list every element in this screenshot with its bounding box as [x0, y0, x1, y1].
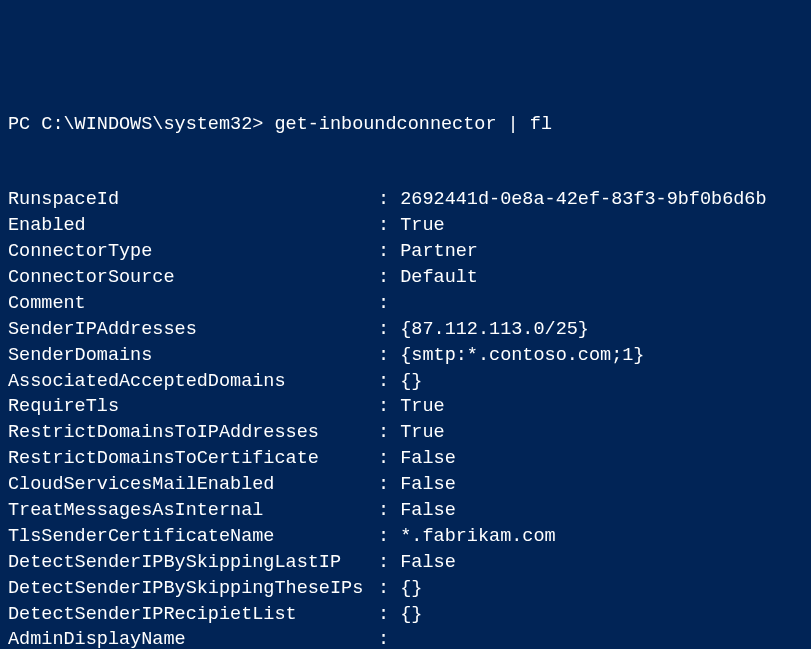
property-name: DetectSenderIPRecipietList: [8, 602, 378, 628]
property-value: False: [400, 472, 456, 498]
property-name: ConnectorType: [8, 239, 378, 265]
property-name: SenderIPAddresses: [8, 317, 378, 343]
property-value: *.fabrikam.com: [400, 524, 555, 550]
property-value: True: [400, 394, 444, 420]
property-name: ConnectorSource: [8, 265, 378, 291]
separator: :: [378, 343, 400, 369]
property-value: False: [400, 498, 456, 524]
property-name: DetectSenderIPBySkippingLastIP: [8, 550, 378, 576]
property-name: RestrictDomainsToIPAddresses: [8, 420, 378, 446]
property-name: DetectSenderIPBySkippingTheseIPs: [8, 576, 378, 602]
separator: :: [378, 265, 400, 291]
output-line: Enabled: True: [8, 213, 803, 239]
property-value: {}: [400, 576, 422, 602]
output-line: TlsSenderCertificateName: *.fabrikam.com: [8, 524, 803, 550]
property-name: RestrictDomainsToCertificate: [8, 446, 378, 472]
property-value: False: [400, 550, 456, 576]
output-line: RunspaceId: 2692441d-0e8a-42ef-83f3-9bf0…: [8, 187, 803, 213]
property-value: True: [400, 420, 444, 446]
property-name: AdminDisplayName: [8, 627, 378, 649]
separator: :: [378, 187, 400, 213]
separator: :: [378, 550, 400, 576]
property-name: AssociatedAcceptedDomains: [8, 369, 378, 395]
property-value: {}: [400, 369, 422, 395]
separator: :: [378, 524, 400, 550]
output-block: RunspaceId: 2692441d-0e8a-42ef-83f3-9bf0…: [8, 187, 803, 649]
separator: :: [378, 394, 400, 420]
property-value: {87.112.113.0/25}: [400, 317, 589, 343]
output-line: Comment:: [8, 291, 803, 317]
output-line: AdminDisplayName:: [8, 627, 803, 649]
property-name: Comment: [8, 291, 378, 317]
property-value: True: [400, 213, 444, 239]
property-value: False: [400, 446, 456, 472]
output-line: ConnectorType: Partner: [8, 239, 803, 265]
separator: :: [378, 420, 400, 446]
output-line: SenderIPAddresses: {87.112.113.0/25}: [8, 317, 803, 343]
output-line: TreatMessagesAsInternal: False: [8, 498, 803, 524]
property-value: Default: [400, 265, 478, 291]
separator: :: [378, 472, 400, 498]
separator: :: [378, 446, 400, 472]
prompt-line: PC C:\WINDOWS\system32> get-inboundconne…: [8, 112, 803, 138]
output-line: DetectSenderIPBySkippingTheseIPs: {}: [8, 576, 803, 602]
property-value: {}: [400, 602, 422, 628]
output-line: CloudServicesMailEnabled: False: [8, 472, 803, 498]
separator: :: [378, 213, 400, 239]
property-value: {smtp:*.contoso.com;1}: [400, 343, 644, 369]
property-name: CloudServicesMailEnabled: [8, 472, 378, 498]
output-line: DetectSenderIPRecipietList: {}: [8, 602, 803, 628]
property-name: RequireTls: [8, 394, 378, 420]
prompt-command: get-inboundconnector | fl: [274, 114, 552, 135]
property-name: RunspaceId: [8, 187, 378, 213]
prompt-prefix: PC C:\WINDOWS\system32>: [8, 114, 263, 135]
property-value: 2692441d-0e8a-42ef-83f3-9bf0b6d6b: [400, 187, 766, 213]
separator: :: [378, 602, 400, 628]
property-name: SenderDomains: [8, 343, 378, 369]
output-line: RestrictDomainsToCertificate: False: [8, 446, 803, 472]
output-line: RequireTls: True: [8, 394, 803, 420]
output-line: SenderDomains: {smtp:*.contoso.com;1}: [8, 343, 803, 369]
output-line: DetectSenderIPBySkippingLastIP: False: [8, 550, 803, 576]
separator: :: [378, 239, 400, 265]
separator: :: [378, 498, 400, 524]
output-line: AssociatedAcceptedDomains: {}: [8, 369, 803, 395]
separator: :: [378, 627, 400, 649]
separator: :: [378, 317, 400, 343]
property-name: Enabled: [8, 213, 378, 239]
property-value: Partner: [400, 239, 478, 265]
property-name: TlsSenderCertificateName: [8, 524, 378, 550]
property-name: TreatMessagesAsInternal: [8, 498, 378, 524]
output-line: RestrictDomainsToIPAddresses: True: [8, 420, 803, 446]
output-line: ConnectorSource: Default: [8, 265, 803, 291]
separator: :: [378, 369, 400, 395]
separator: :: [378, 576, 400, 602]
separator: :: [378, 291, 400, 317]
